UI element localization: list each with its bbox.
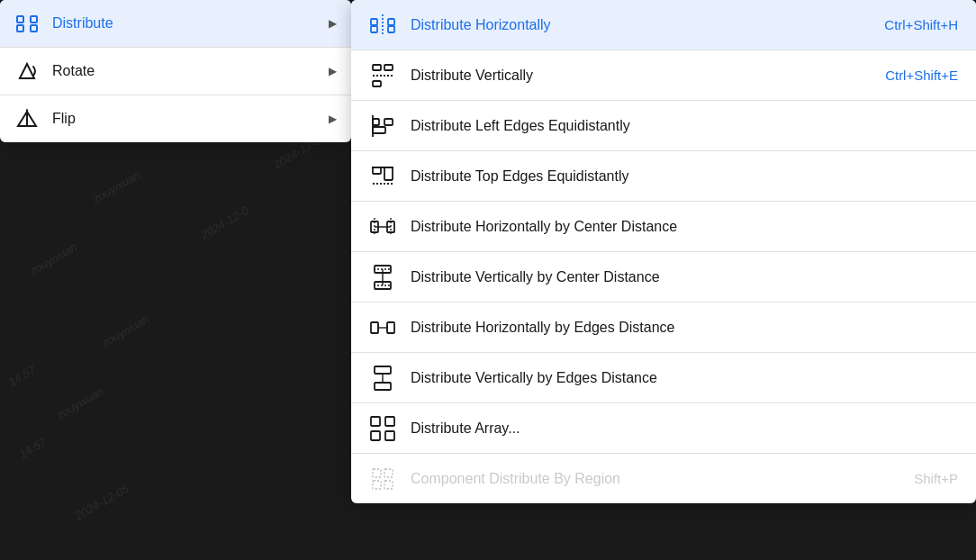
submenu-item-distribute-h-center[interactable]: Distribute Horizontally by Center Distan…	[351, 202, 976, 251]
svg-rect-14	[373, 65, 381, 70]
svg-rect-2	[31, 16, 37, 23]
flip-icon	[14, 106, 40, 131]
svg-marker-7	[27, 112, 36, 126]
svg-rect-49	[385, 431, 394, 440]
flip-label: Flip	[52, 111, 316, 127]
menu-item-distribute[interactable]: Distribute ▶	[0, 0, 351, 47]
distribute-icon	[14, 11, 40, 36]
svg-rect-9	[371, 19, 377, 25]
component-distribute-icon	[369, 465, 396, 492]
distribute-array-label: Distribute Array...	[411, 420, 958, 437]
watermark: 14:57	[5, 363, 38, 389]
watermark: 2024-12-0	[198, 203, 251, 242]
distribute-top-edges-icon	[369, 163, 396, 190]
svg-rect-18	[373, 119, 379, 125]
watermark: zouyixuan	[99, 312, 151, 349]
rotate-label: Rotate	[52, 63, 316, 79]
svg-rect-37	[387, 322, 394, 333]
svg-rect-47	[385, 417, 394, 426]
svg-rect-53	[384, 481, 393, 489]
distribute-horizontally-label: Distribute Horizontally	[411, 17, 870, 33]
menu-item-flip[interactable]: Flip ▶	[0, 95, 351, 142]
primary-menu: Distribute ▶ Rotate ▶ Flip ▶	[0, 0, 351, 142]
svg-rect-24	[384, 167, 393, 180]
distribute-array-icon	[369, 415, 396, 442]
menu-item-rotate[interactable]: Rotate ▶	[0, 48, 351, 95]
watermark: 2024-12-05	[73, 481, 131, 522]
svg-rect-10	[371, 26, 377, 32]
submenu-item-distribute-v-edges[interactable]: Distribute Vertically by Edges Distance	[351, 353, 976, 402]
svg-rect-52	[373, 481, 381, 489]
submenu: Distribute Horizontally Ctrl+Shift+H Dis…	[351, 0, 976, 503]
submenu-item-distribute-top-edges[interactable]: Distribute Top Edges Equidistantly	[351, 151, 976, 201]
submenu-item-distribute-horizontally[interactable]: Distribute Horizontally Ctrl+Shift+H	[351, 0, 976, 50]
svg-rect-16	[384, 65, 393, 70]
distribute-v-edges-label: Distribute Vertically by Edges Distance	[411, 370, 958, 386]
distribute-arrow: ▶	[329, 17, 337, 30]
svg-rect-42	[375, 383, 391, 390]
svg-rect-51	[384, 469, 393, 477]
svg-marker-4	[20, 64, 34, 78]
distribute-v-center-icon	[369, 264, 396, 291]
watermark: zouyixuan	[90, 167, 142, 205]
distribute-v-center-label: Distribute Vertically by Center Distance	[411, 269, 958, 285]
svg-rect-46	[371, 417, 380, 426]
svg-rect-3	[31, 25, 37, 32]
submenu-item-distribute-vertically[interactable]: Distribute Vertically Ctrl+Shift+E	[351, 50, 976, 100]
svg-rect-23	[373, 167, 381, 174]
component-distribute-label: Component Distribute By Region	[411, 471, 899, 487]
svg-rect-50	[373, 469, 381, 477]
svg-rect-48	[371, 431, 380, 440]
watermark: 14:57	[16, 435, 49, 461]
distribute-h-center-icon	[369, 213, 396, 240]
svg-rect-15	[373, 81, 381, 86]
distribute-h-edges-label: Distribute Horizontally by Edges Distanc…	[411, 320, 958, 336]
svg-marker-6	[18, 112, 27, 126]
svg-rect-1	[17, 25, 23, 32]
svg-rect-12	[388, 26, 394, 32]
flip-arrow: ▶	[329, 113, 337, 125]
distribute-left-edges-label: Distribute Left Edges Equidistantly	[411, 118, 958, 134]
distribute-v-edges-icon	[369, 365, 396, 392]
submenu-item-distribute-left-edges[interactable]: Distribute Left Edges Equidistantly	[351, 101, 976, 150]
svg-rect-11	[388, 19, 394, 25]
submenu-item-component-distribute: Component Distribute By Region Shift+P	[351, 454, 976, 503]
svg-rect-21	[384, 119, 393, 125]
watermark: zouyixuan	[27, 239, 79, 277]
distribute-horizontally-icon	[369, 12, 396, 39]
watermark: zouyixuan	[54, 384, 106, 421]
distribute-left-edges-icon	[369, 113, 396, 140]
svg-rect-19	[373, 127, 385, 133]
svg-rect-36	[371, 322, 378, 333]
distribute-vertically-label: Distribute Vertically	[411, 68, 871, 84]
component-distribute-shortcut: Shift+P	[914, 471, 958, 486]
distribute-horizontally-shortcut: Ctrl+Shift+H	[884, 17, 958, 32]
distribute-vertically-icon	[369, 62, 396, 89]
distribute-label: Distribute	[52, 15, 316, 32]
submenu-item-distribute-array[interactable]: Distribute Array...	[351, 403, 976, 453]
submenu-item-distribute-v-center[interactable]: Distribute Vertically by Center Distance	[351, 252, 976, 302]
distribute-h-center-label: Distribute Horizontally by Center Distan…	[411, 219, 958, 235]
svg-rect-41	[375, 366, 391, 374]
rotate-icon	[14, 59, 40, 84]
svg-rect-0	[17, 16, 23, 23]
rotate-arrow: ▶	[329, 65, 337, 77]
distribute-h-edges-icon	[369, 314, 396, 341]
distribute-top-edges-label: Distribute Top Edges Equidistantly	[411, 168, 958, 185]
submenu-item-distribute-h-edges[interactable]: Distribute Horizontally by Edges Distanc…	[351, 303, 976, 352]
distribute-vertically-shortcut: Ctrl+Shift+E	[885, 68, 958, 83]
